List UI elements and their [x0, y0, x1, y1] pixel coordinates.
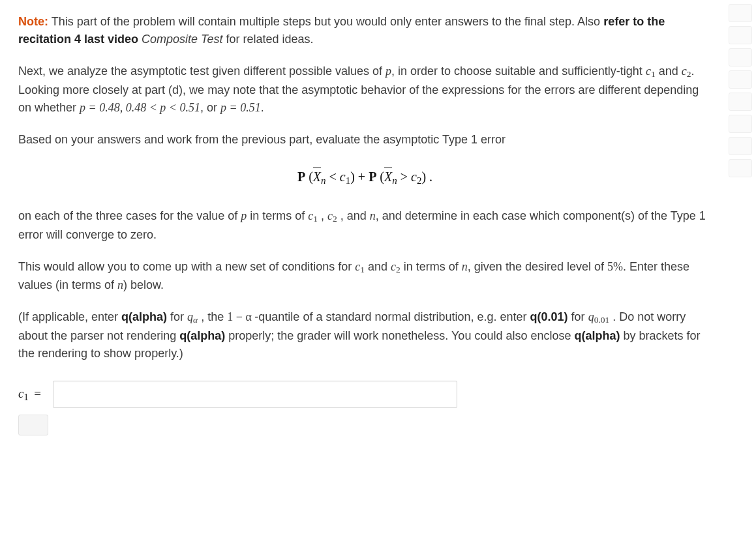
math-c: c [391, 260, 396, 273]
note-italic-ref: Composite Test [138, 33, 222, 46]
note-body-a: This part of the problem will contain mu… [48, 15, 603, 28]
math-n: n [117, 278, 123, 291]
text: in terms of [401, 260, 462, 273]
text: on each of the three cases for the value… [18, 209, 241, 222]
text: , [318, 209, 327, 222]
qalpha-literal: q(alpha) [179, 329, 225, 342]
text: -quantile of a standard normal distribut… [254, 310, 530, 323]
text: , and [337, 209, 370, 222]
math-lparen: ( [305, 169, 313, 184]
text: , or [200, 101, 220, 114]
rail-item [729, 115, 752, 133]
math-p: p [241, 209, 247, 222]
qalpha-literal: q(alpha) [121, 310, 167, 323]
text: and [365, 260, 391, 273]
rail-item [729, 70, 752, 89]
preview-chip [18, 415, 48, 435]
text: in terms of [247, 209, 308, 222]
text: (If applicable, enter [18, 310, 121, 323]
math-q: q [187, 310, 193, 323]
math-rparen: ) [350, 169, 358, 184]
text: for [568, 310, 588, 323]
rail-item [729, 4, 752, 22]
math-P: P [297, 169, 305, 184]
math-lt: < [326, 169, 340, 184]
text: for [167, 310, 187, 323]
rail-item [729, 93, 752, 111]
type1-error-formula: P (Xn < c1) + P (Xn > c2) . [18, 167, 712, 188]
math-sub: 1 [313, 214, 318, 224]
text: properly; the grader will work nonethele… [225, 329, 574, 342]
math-c: c [327, 209, 333, 222]
q001-literal: q(0.01) [530, 310, 568, 323]
math-c1-sub: 1 [651, 69, 656, 79]
math-sub: 2 [333, 214, 337, 224]
math-c2: c [682, 65, 687, 78]
text: , the [198, 310, 227, 323]
math-gt: > [397, 169, 411, 184]
math-Xbar: X [313, 169, 321, 184]
math-range2: p = 0.51 [220, 101, 261, 114]
answer-label-c1: c1 = [18, 385, 41, 404]
intro-paragraph: Next, we analyze the asymptotic test giv… [18, 63, 712, 117]
c1-input[interactable] [53, 381, 457, 408]
text: and [656, 65, 682, 78]
rail-item [729, 48, 752, 66]
cases-paragraph: on each of the three cases for the value… [18, 207, 712, 244]
math-n-sub: n [321, 175, 326, 185]
math-range: p = 0.48, 0.48 < p < 0.51 [80, 101, 200, 114]
math-lparen: ( [376, 169, 384, 184]
qalpha-literal: q(alpha) [575, 329, 620, 342]
math-plus: + [358, 169, 369, 184]
text: , given the desired level of [468, 260, 607, 273]
rail-item [729, 137, 752, 155]
conditions-paragraph: This would allow you to come up with a n… [18, 258, 712, 295]
note-paragraph: Note: This part of the problem will cont… [18, 13, 712, 48]
math-c: c [340, 169, 346, 184]
math-sub-001: 0.01 [594, 316, 610, 325]
math-q: q [588, 310, 594, 323]
math-P: P [369, 169, 376, 184]
math-c1: c [646, 65, 651, 78]
hint-paragraph: (If applicable, enter q(alpha) for qα , … [18, 308, 712, 362]
math-rparen: ) . [421, 169, 432, 184]
math-sub: 1 [360, 265, 365, 274]
math-n: n [462, 260, 468, 273]
math-c: c [411, 169, 417, 184]
text: This would allow you to come up with a n… [18, 260, 355, 273]
math-p: p [386, 65, 391, 78]
note-label: Note: [18, 15, 48, 28]
text: , in order to choose suitable and suffic… [391, 65, 646, 78]
right-sidebar [725, 0, 756, 448]
text: ) below. [123, 278, 164, 291]
math-pct: 5% [607, 260, 623, 273]
math-Xbar: X [384, 169, 392, 184]
math-one-minus-alpha: 1 − α [227, 310, 254, 323]
text: . [261, 101, 264, 114]
prompt-paragraph: Based on your answers and work from the … [18, 131, 712, 149]
math-n-sub: n [392, 175, 397, 185]
note-body-b: for related ideas. [222, 33, 313, 46]
rail-item [729, 26, 752, 44]
math-sub: 1 [23, 391, 28, 402]
math-n: n [370, 209, 376, 222]
rail-item [729, 159, 752, 177]
math-sub: 2 [396, 265, 401, 274]
answer-row-c1: c1 = [18, 381, 712, 408]
equals-sign: = [34, 387, 41, 400]
text: Next, we analyze the asymptotic test giv… [18, 65, 386, 78]
